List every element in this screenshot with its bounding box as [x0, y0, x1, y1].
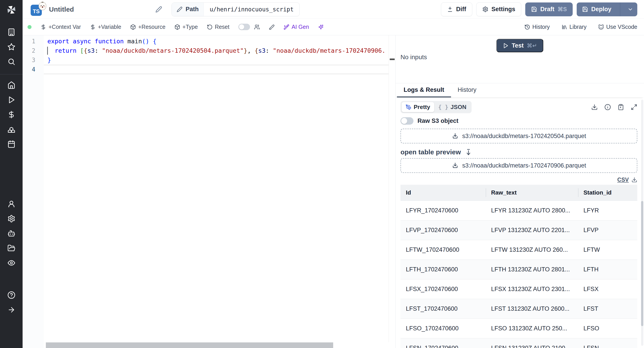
s3-file-download-button-1[interactable]: s3://noaa/duckdb/metars-1702420504.parqu… — [400, 129, 637, 143]
rotate-ccw-icon — [207, 24, 213, 30]
line-number-gutter: 1 2 3 4 — [22, 35, 44, 348]
json-view-button[interactable]: { } JSON — [434, 102, 470, 112]
variables-dollar-icon[interactable] — [8, 111, 16, 119]
status-dot — [28, 25, 32, 29]
line-number: 3 — [22, 55, 44, 65]
workers-robot-icon[interactable] — [8, 229, 16, 237]
history-button[interactable]: History — [524, 24, 550, 30]
edit-summary-pencil-icon[interactable] — [156, 6, 162, 13]
clipboard-copy-icon[interactable] — [618, 104, 624, 110]
download-result-icon[interactable] — [591, 104, 598, 110]
download-icon — [452, 162, 459, 169]
raw-s3-label: Raw S3 object — [418, 118, 458, 124]
save-icon — [531, 6, 537, 12]
table-row: LFST_1702470600LFST 131230Z AUTO 2600...… — [400, 299, 637, 319]
braces-icon: { } — [438, 104, 448, 110]
schedules-calendar-icon[interactable] — [8, 140, 16, 148]
info-icon[interactable] — [604, 104, 611, 110]
deploy-button[interactable]: Deploy — [577, 2, 637, 16]
tab-history[interactable]: History — [451, 83, 483, 97]
table-row: LFTH_1702470600LFTH 131230Z AUTO 2801...… — [400, 260, 637, 279]
history-clock-icon — [524, 24, 530, 30]
add-type-button[interactable]: +Type — [174, 24, 198, 30]
library-button[interactable]: Library — [562, 24, 586, 30]
wand-icon — [284, 24, 289, 30]
deploy-dropdown[interactable] — [624, 2, 637, 16]
draft-label: Draft — [540, 6, 554, 13]
favorites-star-icon[interactable] — [8, 43, 16, 51]
csv-link[interactable]: CSV — [618, 176, 629, 183]
csv-download-icon[interactable] — [632, 177, 637, 183]
brush-icon — [269, 24, 274, 30]
library-icon — [562, 24, 567, 30]
search-icon[interactable] — [8, 58, 16, 66]
expand-sidebar-arrow-icon[interactable] — [8, 306, 16, 314]
top-bar: TS Untitled Path u/henri — [22, 0, 644, 19]
script-language-badge: TS — [31, 3, 44, 16]
left-sidebar — [0, 0, 22, 348]
code-text-area[interactable]: export async function main() { return [{… — [44, 35, 389, 342]
help-icon[interactable] — [8, 291, 16, 299]
ai-gen-button[interactable]: AI Gen — [284, 24, 309, 30]
add-resource-button[interactable]: +Resource — [130, 24, 166, 30]
run-section: Test ⌘↵ No inputs — [396, 35, 644, 83]
s3-file-download-button-2[interactable]: s3://noaa/duckdb/metars-1702470906.parqu… — [400, 158, 637, 173]
pretty-view-button[interactable]: Pretty — [402, 102, 434, 112]
resources-boxes-icon[interactable] — [8, 125, 16, 133]
windmill-logo-icon[interactable] — [6, 4, 17, 15]
settings-gear-icon[interactable] — [8, 215, 16, 223]
windmill-app: TS Untitled Path u/henri — [0, 0, 644, 348]
sparkles-button[interactable] — [318, 24, 324, 30]
result-view-switch: Pretty { } JSON — [400, 101, 472, 113]
dollar-icon — [40, 24, 46, 30]
expand-icon[interactable] — [631, 104, 637, 110]
download-icon — [452, 133, 459, 140]
format-brush-button[interactable] — [269, 24, 274, 30]
diff-button[interactable]: Diff — [441, 2, 472, 16]
overview-ruler-marker — [390, 58, 395, 60]
vscode-cat-icon — [598, 24, 604, 30]
path-field: Path u/henri/innocuous_script — [172, 2, 300, 16]
settings-button[interactable]: Settings — [476, 2, 522, 16]
pen-icon — [406, 104, 412, 110]
result-table: Id Raw_text Station_id LFYR_1702470600LF… — [400, 185, 637, 348]
path-label-section[interactable]: Path — [172, 3, 204, 16]
draft-shortcut: ⌘S — [558, 6, 567, 12]
arrow-down-from-line-icon[interactable] — [465, 149, 472, 156]
test-button[interactable]: Test ⌘↵ — [496, 39, 543, 52]
audit-eye-icon[interactable] — [8, 259, 16, 267]
tab-logs-result[interactable]: Logs & Result — [397, 83, 451, 97]
line-number: 2 — [22, 46, 44, 55]
add-context-var-button[interactable]: +Context Var — [40, 24, 81, 30]
home-icon[interactable] — [8, 81, 16, 89]
result-tabbar: Logs & Result History — [396, 83, 644, 97]
open-table-preview-label: open table preview — [400, 148, 461, 156]
path-input[interactable]: u/henri/innocuous_script — [204, 3, 300, 16]
workspace-building-icon[interactable] — [8, 28, 16, 36]
editor-horizontal-scrollbar[interactable] — [46, 343, 333, 348]
editor-toolbar: +Context Var +Variable +Resource +Type R… — [22, 19, 644, 35]
column-header-id: Id — [400, 185, 486, 201]
add-variable-button[interactable]: +Variable — [90, 24, 121, 30]
raw-s3-toggle[interactable] — [400, 117, 414, 125]
package-icon — [174, 24, 180, 30]
table-row: LFSX_1702470600LFSX 131230Z AUTO 2301...… — [400, 279, 637, 299]
panel-scrollbar-thumb[interactable] — [641, 201, 643, 326]
use-vscode-button[interactable]: Use VScode — [598, 24, 637, 30]
open-table-preview-row: open table preview — [400, 148, 637, 156]
code-line-2: return [{s3: "noaa/duckdb/metars-1702420… — [44, 46, 389, 55]
code-line-4-current — [44, 65, 389, 74]
dollar-icon — [90, 24, 96, 30]
package-icon — [130, 24, 136, 30]
code-editor[interactable]: 1 2 3 4 export async function main() { r… — [22, 35, 395, 348]
folders-icon[interactable] — [8, 244, 16, 252]
draft-button[interactable]: Draft ⌘S — [525, 2, 573, 16]
reset-button[interactable]: Reset — [207, 24, 230, 30]
editor-vertical-scrollbar[interactable] — [389, 35, 395, 342]
table-header-row: Id Raw_text Station_id — [400, 185, 637, 201]
users-person-icon[interactable] — [8, 200, 16, 208]
collab-toggle[interactable] — [238, 24, 250, 30]
settings-label: Settings — [492, 6, 516, 13]
save-icon — [582, 6, 588, 12]
runs-play-icon[interactable] — [8, 96, 16, 104]
